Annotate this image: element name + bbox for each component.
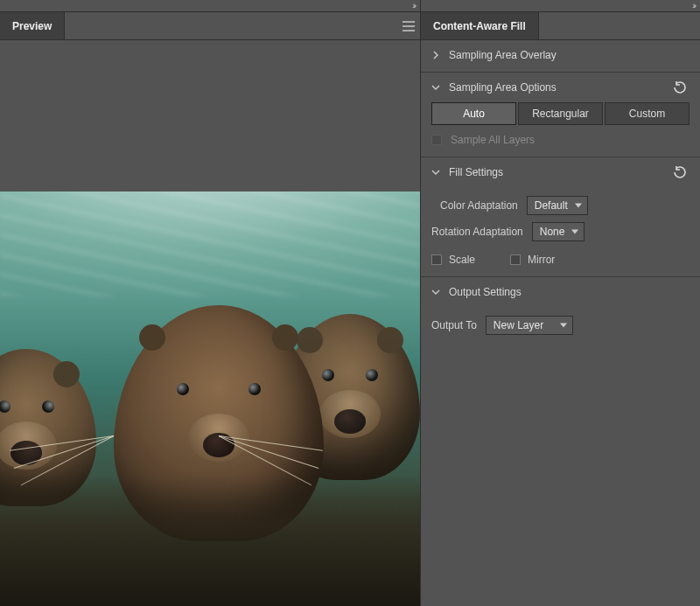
mirror-checkbox[interactable] <box>510 254 521 265</box>
tab-caf-label: Content-Aware Fill <box>433 20 526 32</box>
collapse-panel-icon[interactable]: ›› <box>692 2 695 10</box>
sampling-mode-auto[interactable]: Auto <box>431 102 516 125</box>
spacer <box>65 12 397 39</box>
section-title: Fill Settings <box>449 166 503 178</box>
right-panel-topbar: ›› <box>421 0 700 12</box>
rotation-adaptation-row: Rotation Adaptation None <box>431 222 690 241</box>
spacer <box>539 12 700 39</box>
color-adaptation-select[interactable]: Default <box>527 196 588 215</box>
collapse-panel-icon[interactable]: ›› <box>412 2 415 10</box>
tab-preview[interactable]: Preview <box>0 12 65 39</box>
left-panel-topbar: ›› <box>0 0 420 12</box>
fill-flags-row: Scale Mirror <box>431 254 690 266</box>
right-tab-row: Content-Aware Fill <box>421 12 700 40</box>
select-value: None <box>540 226 565 238</box>
mirror-label: Mirror <box>528 254 555 266</box>
sample-all-layers-checkbox <box>431 135 442 145</box>
mirror-option[interactable]: Mirror <box>510 254 555 266</box>
chevron-right-icon <box>431 51 440 59</box>
reset-sampling-button[interactable] <box>670 80 690 95</box>
seg-label: Custom <box>629 108 665 120</box>
seg-label: Rectangular <box>532 108 589 120</box>
section-fill-settings: Fill Settings Color Adaptation Default R… <box>421 157 700 277</box>
section-header-output-settings[interactable]: Output Settings <box>431 286 690 298</box>
tab-content-aware-fill[interactable]: Content-Aware Fill <box>421 12 539 39</box>
section-title: Output Settings <box>449 286 522 298</box>
section-title: Sampling Area Overlay <box>449 49 556 61</box>
section-title: Sampling Area Options <box>449 81 556 94</box>
scale-label: Scale <box>449 254 475 266</box>
section-output-settings: Output Settings Output To New Layer <box>421 277 700 345</box>
rotation-adaptation-select[interactable]: None <box>532 222 584 241</box>
seg-label: Auto <box>463 108 485 120</box>
scale-checkbox[interactable] <box>431 254 442 265</box>
section-header-fill-settings[interactable]: Fill Settings <box>431 166 690 178</box>
right-panel-body: Sampling Area Overlay Sampling Area Opti… <box>421 40 700 606</box>
tab-preview-label: Preview <box>12 20 52 32</box>
chevron-down-icon <box>431 288 440 296</box>
output-to-select[interactable]: New Layer <box>486 316 573 335</box>
section-sampling-overlay: Sampling Area Overlay <box>421 40 700 73</box>
left-tab-row: Preview <box>0 12 420 40</box>
sample-all-layers-row: Sample All Layers <box>431 134 690 146</box>
preview-panel: ›› Preview <box>0 0 421 606</box>
sampling-mode-group: Auto Rectangular Custom <box>431 102 690 125</box>
section-sampling-options: Sampling Area Options Auto Rectangular <box>421 73 700 157</box>
reset-fill-button[interactable] <box>670 164 690 180</box>
chevron-down-icon <box>431 168 440 177</box>
sampling-mode-rectangular[interactable]: Rectangular <box>518 102 603 125</box>
content-aware-fill-panel: ›› Content-Aware Fill Sampling Area Over… <box>421 0 700 606</box>
preview-empty-area <box>0 40 420 192</box>
section-header-sampling-overlay[interactable]: Sampling Area Overlay <box>431 49 690 61</box>
rotation-adaptation-label: Rotation Adaptation <box>431 226 523 238</box>
chevron-down-icon <box>431 83 440 92</box>
panel-menu-button[interactable] <box>397 12 420 39</box>
sampling-mode-custom[interactable]: Custom <box>605 102 690 125</box>
section-header-sampling-options[interactable]: Sampling Area Options <box>431 81 690 94</box>
preview-image[interactable] <box>0 192 420 606</box>
sample-all-layers-label: Sample All Layers <box>451 134 535 146</box>
preview-body <box>0 40 420 606</box>
output-to-label: Output To <box>431 319 477 331</box>
color-adaptation-label: Color Adaptation <box>440 199 518 212</box>
scale-option[interactable]: Scale <box>431 254 475 266</box>
select-value: Default <box>535 199 568 212</box>
select-value: New Layer <box>494 319 543 331</box>
color-adaptation-row: Color Adaptation Default <box>431 196 690 215</box>
output-to-row: Output To New Layer <box>431 316 690 335</box>
